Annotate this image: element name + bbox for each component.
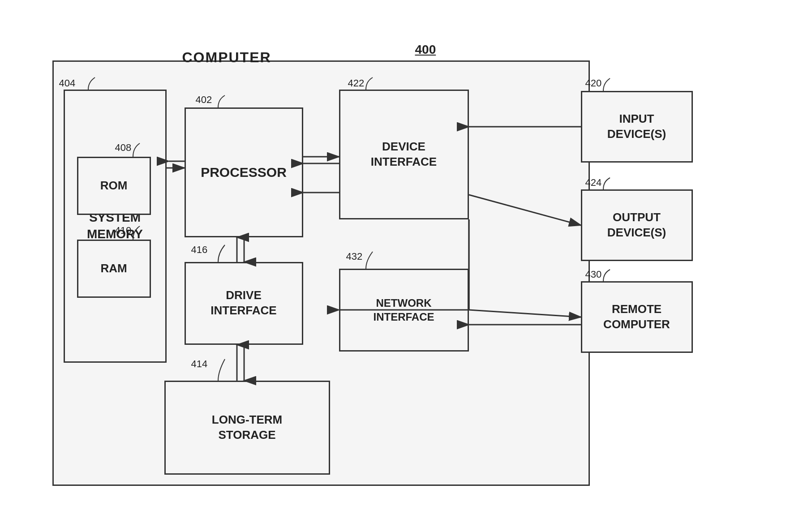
- computer-title-label: COMPUTER: [182, 49, 271, 66]
- diagram-container: COMPUTER 400 404 SYSTEMMEMORY ROM 408 RA…: [0, 0, 812, 519]
- ref-430: 430: [585, 269, 602, 280]
- output-device-block: OUTPUTDEVICE(S): [581, 189, 693, 261]
- long-term-storage-block: LONG-TERMSTORAGE: [164, 381, 330, 475]
- processor-block: PROCESSOR: [185, 107, 303, 237]
- network-interface-block: NETWORKINTERFACE: [339, 269, 469, 352]
- ram-block: RAM: [77, 240, 151, 298]
- device-interface-block: DEVICEINTERFACE: [339, 90, 469, 219]
- input-device-block: INPUTDEVICE(S): [581, 91, 693, 163]
- ref-414: 414: [191, 358, 208, 370]
- drive-interface-block: DRIVEINTERFACE: [185, 262, 303, 345]
- ref-420: 420: [585, 77, 602, 89]
- diagram-wrapper: COMPUTER 400 404 SYSTEMMEMORY ROM 408 RA…: [26, 25, 787, 495]
- ref-432: 432: [346, 251, 363, 262]
- ref-402: 402: [196, 94, 212, 106]
- ref-404: 404: [59, 77, 76, 89]
- ref-408: 408: [115, 142, 132, 154]
- ref-422: 422: [348, 77, 365, 89]
- rom-block: ROM: [77, 157, 151, 215]
- remote-computer-block: REMOTECOMPUTER: [581, 281, 693, 353]
- ref-424: 424: [585, 177, 602, 189]
- ref-410: 410: [115, 225, 132, 236]
- figure-number: 400: [415, 43, 436, 57]
- ref-416: 416: [191, 244, 208, 256]
